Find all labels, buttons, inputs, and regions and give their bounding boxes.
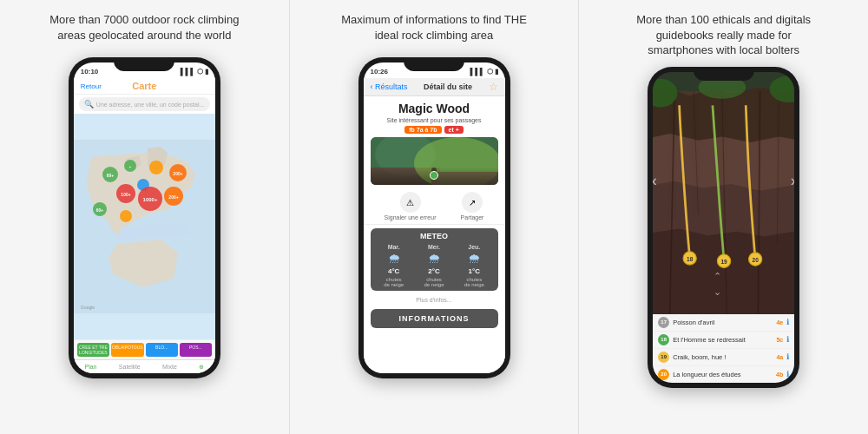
phone-screen-3: 18 19 20 ‹ › ⌃ ⌄: [653, 72, 794, 383]
svg-point-5: [149, 161, 163, 174]
detail-back-button[interactable]: ‹ Résultats: [371, 82, 408, 91]
meteo-title: METEO: [374, 232, 495, 240]
report-error-button[interactable]: ⚠ Signaler une erreur: [385, 192, 437, 220]
meteo-day-2: Mer. 🌨 2°C chutesde neige: [424, 244, 444, 287]
svg-text:200+: 200+: [168, 194, 178, 200]
location-pin: [430, 171, 438, 180]
map-btn-2[interactable]: OBLAIPOTOUS: [111, 343, 144, 357]
detail-title: Détail du site: [424, 82, 472, 91]
map-btn-3[interactable]: BLO...: [146, 343, 178, 357]
map-tab-plan[interactable]: Plan: [84, 364, 96, 371]
status-icons-2: ▌▌▌ ⬡ ▮: [470, 68, 497, 76]
day-name-1: Mar.: [388, 244, 400, 250]
map-bottom-bar: CREE ET TRE LONGITUDES OBLAIPOTOUS BLO..…: [74, 339, 215, 359]
desc-3: chutesde neige: [464, 277, 484, 287]
route-grade-18: 5c: [776, 337, 783, 343]
route-number-20: 20: [658, 369, 669, 380]
favorite-icon[interactable]: ☆: [489, 81, 498, 93]
site-name: Magic Wood: [364, 96, 505, 117]
svg-text:19: 19: [721, 259, 728, 265]
panel-guidebook: More than 100 ethicals and digitals guid…: [579, 0, 868, 434]
svg-text:+: +: [128, 164, 131, 169]
route-item-19: 19 Craik, boom, hue ! 4a ℹ: [653, 349, 794, 366]
wifi-icon: ⬡: [197, 68, 203, 76]
cloud-icon-3: 🌨: [468, 252, 480, 266]
route-item-18: 18 Et l'Homme se redressait 5c ℹ: [653, 332, 794, 349]
panel-2-title: Maximum of informations to find THE idea…: [339, 12, 529, 49]
warning-icon: ⚠: [400, 192, 421, 213]
phone-notch-3: [694, 67, 754, 81]
share-icon: ↗: [462, 192, 483, 213]
signal-icon-2: ▌▌▌: [470, 68, 484, 76]
svg-text:‹: ‹: [653, 172, 657, 189]
route-grade-17: 4e: [776, 319, 783, 326]
map-btn-4[interactable]: POS...: [180, 343, 212, 357]
temp-3: 1°C: [469, 267, 480, 275]
svg-text:1000+: 1000+: [142, 197, 157, 202]
temp-2: 2°C: [428, 267, 439, 275]
site-description: Site intéressant pour ses passages: [364, 117, 505, 126]
detail-content: Magic Wood Site intéressant pour ses pas…: [364, 96, 505, 373]
wifi-icon-2: ⬡: [487, 68, 493, 76]
meteo-day-3: Jeu. 🌨 1°C chutesde neige: [464, 244, 484, 287]
route-number-17: 17: [658, 317, 669, 328]
meteo-day-1: Mar. 🌨 4°C chutesde neige: [384, 244, 404, 287]
temp-1: 4°C: [388, 267, 399, 275]
phone-3: 18 19 20 ‹ › ⌃ ⌄: [648, 67, 799, 388]
map-view[interactable]: 60+ + 200+ 100+ 1000+: [74, 114, 215, 339]
share-button[interactable]: ↗ Partager: [461, 192, 484, 220]
desc-2: chutesde neige: [424, 277, 444, 287]
route-list: 17 Poisson d'avril 4e ℹ 18 Et l'Homme se…: [653, 314, 794, 383]
map-search-bar[interactable]: 🔍 Une adresse, une ville, un code postal…: [79, 97, 210, 111]
info-icon-20[interactable]: ℹ: [786, 370, 789, 378]
info-icon-19[interactable]: ℹ: [786, 352, 789, 361]
map-back-button[interactable]: Retour: [81, 82, 102, 90]
phone-1: 10:10 ▌▌▌ ⬡ ▮ Retour Carte 🔍 Une adresse…: [69, 57, 220, 378]
map-tab-satellite[interactable]: Satellite: [119, 364, 141, 371]
share-label: Partager: [461, 214, 484, 220]
signal-icon: ▌▌▌: [181, 68, 195, 76]
informations-button[interactable]: INFORMATIONS: [371, 309, 498, 328]
svg-point-17: [120, 210, 132, 222]
svg-text:›: ›: [791, 172, 794, 189]
site-tags: fb 7a à 7b et +: [364, 126, 505, 134]
status-time-1: 10:10: [81, 68, 98, 76]
svg-text:60+: 60+: [96, 207, 104, 213]
phone-notch-1: [114, 57, 174, 71]
report-label: Signaler une erreur: [385, 214, 437, 220]
status-icons-1: ▌▌▌ ⬡ ▮: [181, 68, 208, 76]
map-title: Carte: [132, 81, 156, 91]
route-item-20: 20 La longueur des études 4b ℹ: [653, 366, 794, 383]
search-icon: 🔍: [84, 100, 94, 108]
info-icon-17[interactable]: ℹ: [786, 318, 789, 326]
phone-screen-1: 10:10 ▌▌▌ ⬡ ▮ Retour Carte 🔍 Une adresse…: [74, 62, 215, 373]
site-image: [371, 137, 498, 185]
panel-detail: Maximum of informations to find THE idea…: [290, 0, 580, 434]
phone-2: 10:26 ▌▌▌ ⬡ ▮ ‹ Résultats Détail du site…: [358, 57, 510, 378]
route-number-19: 19: [658, 352, 669, 363]
battery-icon: ▮: [205, 68, 208, 76]
map-btn-1[interactable]: CREE ET TRE LONGITUDES: [77, 343, 109, 357]
cloud-icon-2: 🌨: [428, 252, 440, 266]
route-name-19: Craik, boom, hue !: [673, 353, 773, 361]
tag-grade-range: fb 7a à 7b: [404, 126, 441, 134]
rock-svg: 18 19 20 ‹ › ⌃ ⌄: [653, 72, 794, 314]
svg-text:60+: 60+: [107, 173, 115, 178]
map-tab-mixte[interactable]: Mixte: [162, 364, 177, 371]
route-grade-20: 4b: [776, 372, 783, 378]
rock-photo-area: 18 19 20 ‹ › ⌃ ⌄: [653, 72, 794, 314]
map-location-icon[interactable]: ⊕: [199, 364, 204, 371]
phone-notch-2: [404, 57, 464, 71]
more-info-link[interactable]: Plus d'infos...: [364, 294, 505, 306]
desc-1: chutesde neige: [384, 277, 404, 287]
svg-text:200+: 200+: [173, 171, 182, 176]
map-tab-bar: Plan Satellite Mixte ⊕: [74, 359, 215, 373]
phone-screen-2: 10:26 ▌▌▌ ⬡ ▮ ‹ Résultats Détail du site…: [364, 62, 505, 373]
panel-1-title: More than 7000 outdoor rock climbing are…: [49, 12, 240, 49]
route-number-18: 18: [658, 334, 669, 345]
info-icon-18[interactable]: ℹ: [786, 335, 789, 344]
svg-text:Google: Google: [81, 305, 95, 310]
svg-text:18: 18: [687, 255, 694, 261]
map-header: Retour Carte: [74, 78, 215, 95]
panel-3-title: More than 100 ethicals and digitals guid…: [628, 12, 819, 58]
